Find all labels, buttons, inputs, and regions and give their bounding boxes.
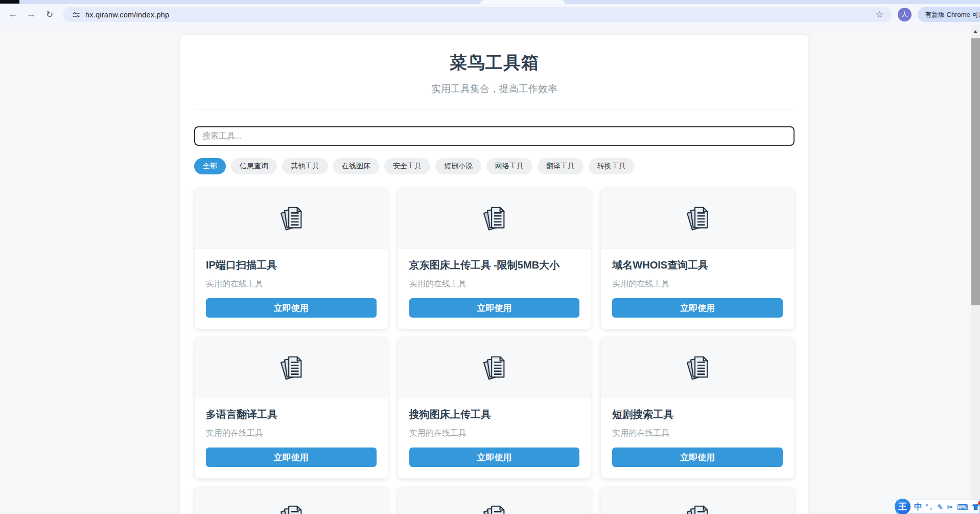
- filter-chip-1[interactable]: 信息查询: [231, 158, 277, 174]
- chrome-update-label: 有新版 Chrome 可用: [925, 10, 980, 19]
- divider: [194, 109, 795, 109]
- tool-card: 短剧搜索工具 实用的在线工具 立即使用: [600, 338, 795, 479]
- tool-card: IP端口扫描工具 实用的在线工具 立即使用: [194, 188, 388, 329]
- browser-toolbar: ← → ↻ hx.qiranw.com/index.php ☆ 人 有新版 Ch…: [0, 4, 980, 25]
- ime-toolbar: 王 中 °， ✎ ✂ ⌨ ⚙: [896, 500, 980, 514]
- tool-card: 立即使用: [194, 487, 388, 514]
- filter-chip-7[interactable]: 翻译工具: [538, 158, 584, 174]
- reload-icon: ↻: [46, 9, 53, 20]
- card-description: 实用的在线工具: [206, 428, 377, 439]
- use-now-button[interactable]: 立即使用: [409, 298, 580, 318]
- use-now-button[interactable]: 立即使用: [206, 298, 377, 318]
- use-now-button[interactable]: 立即使用: [612, 448, 783, 467]
- card-description: 实用的在线工具: [409, 279, 580, 289]
- card-title: 短剧搜索工具: [612, 408, 783, 421]
- documents-icon: [478, 352, 510, 384]
- ime-language-mode-icon[interactable]: 中: [914, 503, 922, 511]
- ime-keyboard-icon[interactable]: ⌨: [957, 503, 968, 511]
- ime-punctuation-icon[interactable]: °，: [926, 504, 934, 510]
- scrollbar-thumb[interactable]: [971, 38, 980, 305]
- documents-icon: [275, 352, 307, 384]
- site-info-icon[interactable]: [72, 11, 80, 19]
- card-icon-area: [601, 338, 794, 398]
- tool-card: 多语言翻译工具 实用的在线工具 立即使用: [194, 338, 388, 479]
- page-subtitle: 实用工具集合，提高工作效率: [194, 82, 795, 96]
- card-icon-area: [195, 487, 388, 514]
- card-icon-area: [601, 189, 794, 249]
- back-icon: ←: [8, 9, 18, 20]
- use-now-button[interactable]: 立即使用: [206, 448, 377, 467]
- forward-button[interactable]: →: [25, 8, 38, 21]
- use-now-button[interactable]: 立即使用: [409, 448, 580, 467]
- card-body: 京东图床上传工具 -限制5MB大小 实用的在线工具 立即使用: [398, 249, 591, 329]
- ime-handwriting-pen-icon[interactable]: ✎: [937, 503, 944, 511]
- filter-chip-3[interactable]: 在线图床: [333, 158, 379, 174]
- card-title: 域名WHOIS查询工具: [612, 258, 783, 272]
- tool-card: 京东图床上传工具 -限制5MB大小 实用的在线工具 立即使用: [398, 188, 592, 329]
- category-filter-bar: 全部信息查询其他工具在线图床安全工具短剧小说网络工具翻译工具转换工具: [194, 158, 795, 174]
- card-description: 实用的在线工具: [206, 279, 377, 289]
- documents-icon: [682, 203, 713, 235]
- search-input[interactable]: [194, 126, 795, 146]
- ime-clipboard-scissors-icon[interactable]: ✂: [947, 503, 953, 511]
- back-button[interactable]: ←: [6, 8, 19, 21]
- card-title: IP端口扫描工具: [206, 258, 377, 272]
- card-body: 搜狗图床上传工具 实用的在线工具 立即使用: [398, 398, 591, 478]
- tools-grid: IP端口扫描工具 实用的在线工具 立即使用: [194, 188, 795, 514]
- documents-icon: [275, 203, 307, 235]
- filter-chip-2[interactable]: 其他工具: [282, 158, 328, 174]
- scrollbar-up-arrow[interactable]: [973, 30, 977, 33]
- documents-icon: [478, 203, 510, 235]
- page-title: 菜鸟工具箱: [194, 51, 795, 75]
- card-description: 实用的在线工具: [612, 428, 783, 439]
- tool-card: 域名WHOIS查询工具 实用的在线工具 立即使用: [600, 188, 795, 329]
- bookmark-star-icon[interactable]: ☆: [876, 9, 883, 20]
- page-viewport: 菜鸟工具箱 实用工具集合，提高工作效率 全部信息查询其他工具在线图床安全工具短剧…: [0, 25, 980, 514]
- card-body: IP端口扫描工具 实用的在线工具 立即使用: [195, 249, 388, 329]
- scrollbar[interactable]: [971, 25, 980, 514]
- tool-card: 立即使用: [398, 487, 592, 514]
- ime-skin-icon[interactable]: [972, 503, 979, 510]
- documents-icon: [275, 502, 307, 514]
- filter-chip-6[interactable]: 网络工具: [486, 158, 532, 174]
- card-title: 京东图床上传工具 -限制5MB大小: [409, 258, 580, 272]
- ime-logo-icon[interactable]: 王: [895, 499, 911, 514]
- avatar-glyph: 人: [902, 10, 908, 19]
- card-body: 多语言翻译工具 实用的在线工具 立即使用: [195, 398, 388, 478]
- card-body: 短剧搜索工具 实用的在线工具 立即使用: [601, 398, 794, 478]
- url-text[interactable]: hx.qiranw.com/index.php: [85, 11, 876, 19]
- card-description: 实用的在线工具: [409, 428, 580, 439]
- active-tab[interactable]: [480, 0, 565, 4]
- card-title: 多语言翻译工具: [206, 408, 377, 421]
- documents-icon: [682, 502, 713, 514]
- card-icon-area: [195, 189, 388, 249]
- tool-card: 搜狗图床上传工具 实用的在线工具 立即使用: [398, 338, 592, 479]
- tab-strip: [0, 0, 980, 4]
- ime-notification-dot: [978, 501, 980, 505]
- filter-chip-4[interactable]: 安全工具: [384, 158, 430, 174]
- chrome-update-button[interactable]: 有新版 Chrome 可用 ⋮: [918, 7, 980, 22]
- use-now-button[interactable]: 立即使用: [612, 298, 783, 318]
- profile-avatar[interactable]: 人: [898, 8, 912, 21]
- content-panel: 菜鸟工具箱 实用工具集合，提高工作效率 全部信息查询其他工具在线图床安全工具短剧…: [180, 35, 808, 514]
- card-icon-area: [398, 487, 591, 514]
- filter-chip-8[interactable]: 转换工具: [589, 158, 635, 174]
- card-icon-area: [195, 338, 388, 398]
- reload-button[interactable]: ↻: [43, 8, 56, 21]
- card-title: 搜狗图床上传工具: [409, 408, 580, 421]
- card-body: 域名WHOIS查询工具 实用的在线工具 立即使用: [601, 249, 794, 329]
- window-corner: [0, 0, 19, 4]
- card-icon-area: [398, 338, 591, 398]
- forward-icon: →: [27, 9, 36, 20]
- filter-chip-5[interactable]: 短剧小说: [435, 158, 481, 174]
- tool-card: 立即使用: [600, 487, 795, 514]
- card-icon-area: [601, 487, 794, 514]
- address-bar[interactable]: hx.qiranw.com/index.php ☆: [63, 7, 892, 22]
- filter-chip-0[interactable]: 全部: [194, 158, 226, 174]
- card-icon-area: [398, 189, 591, 249]
- documents-icon: [478, 502, 510, 514]
- documents-icon: [682, 352, 713, 384]
- card-description: 实用的在线工具: [612, 279, 783, 289]
